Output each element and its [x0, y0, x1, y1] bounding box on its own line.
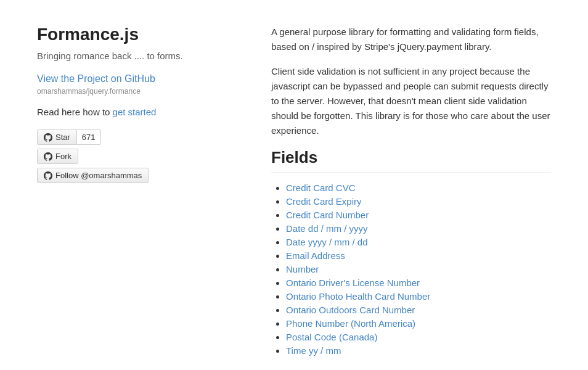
field-link[interactable]: Phone Number (North America) — [286, 318, 415, 329]
follow-label: Follow @omarshammas — [55, 171, 142, 180]
field-link[interactable]: Ontario Driver's License Number — [286, 278, 420, 288]
list-item: Phone Number (North America) — [286, 318, 551, 329]
github-icon — [44, 133, 52, 142]
star-count: 671 — [77, 130, 101, 145]
field-link[interactable]: Postal Code (Canada) — [286, 332, 377, 342]
description-para-1: A general purpose library for formatting… — [271, 25, 551, 54]
field-link[interactable]: Date dd / mm / yyyy — [286, 223, 368, 234]
list-item: Ontario Photo Health Card Number — [286, 291, 551, 302]
field-link[interactable]: Number — [286, 264, 319, 274]
field-link[interactable]: Ontario Outdoors Card Number — [286, 305, 415, 315]
field-link[interactable]: Credit Card Number — [286, 210, 369, 220]
field-link[interactable]: Email Address — [286, 250, 345, 261]
list-item: Email Address — [286, 250, 551, 261]
field-link[interactable]: Time yy / mm — [286, 345, 341, 356]
fork-button-row: Fork — [37, 149, 78, 164]
github-icon-follow — [44, 171, 52, 180]
list-item: Number — [286, 264, 551, 275]
main-content: A general purpose library for formatting… — [271, 25, 551, 359]
list-item: Credit Card Expiry — [286, 196, 551, 207]
star-label: Star — [55, 133, 70, 142]
list-item: Date dd / mm / yyyy — [286, 223, 551, 234]
fork-button[interactable]: Fork — [37, 149, 78, 164]
list-item: Postal Code (Canada) — [286, 332, 551, 343]
get-started-link[interactable]: get started — [113, 107, 157, 117]
get-started-prefix: Read here how to — [37, 107, 113, 117]
github-buttons: Star 671 Fork Follow @omarshammas — [37, 130, 234, 183]
description-para-2: Client side validation is not sufficient… — [271, 64, 551, 138]
fields-list: Credit Card CVCCredit Card ExpiryCredit … — [271, 183, 551, 356]
star-button-row: Star 671 — [37, 130, 101, 145]
field-link[interactable]: Credit Card CVC — [286, 183, 356, 193]
list-item: Ontario Outdoors Card Number — [286, 305, 551, 316]
field-link[interactable]: Credit Card Expiry — [286, 196, 362, 207]
list-item: Ontario Driver's License Number — [286, 278, 551, 289]
fields-heading: Fields — [271, 148, 551, 173]
repo-path: omarshammas/jquery.formance — [37, 87, 234, 96]
field-link[interactable]: Ontario Photo Health Card Number — [286, 291, 430, 302]
sidebar: Formance.js Bringing romance back .... t… — [37, 25, 234, 359]
follow-button[interactable]: Follow @omarshammas — [37, 168, 149, 183]
star-button[interactable]: Star — [37, 130, 77, 145]
follow-button-row: Follow @omarshammas — [37, 168, 149, 183]
github-project-link[interactable]: View the Project on GitHub — [37, 73, 234, 84]
fork-label: Fork — [55, 152, 71, 161]
github-icon-fork — [44, 152, 52, 161]
list-item: Credit Card Number — [286, 210, 551, 221]
get-started-text: Read here how to get started — [37, 107, 234, 117]
site-title: Formance.js — [37, 25, 234, 44]
list-item: Time yy / mm — [286, 345, 551, 356]
field-link[interactable]: Date yyyy / mm / dd — [286, 237, 368, 247]
list-item: Credit Card CVC — [286, 183, 551, 194]
list-item: Date yyyy / mm / dd — [286, 237, 551, 248]
tagline: Bringing romance back .... to forms. — [37, 51, 234, 61]
